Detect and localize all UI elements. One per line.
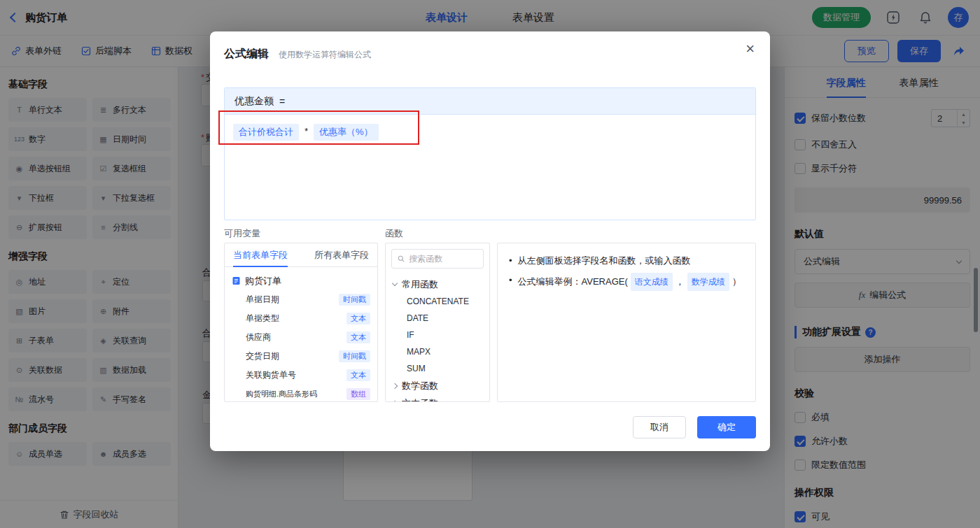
hint-example: 公式编辑举例：AVERAGE( 语文成绩 ， 数学成绩 ） — [518, 273, 741, 291]
function-search[interactable] — [391, 249, 484, 269]
hint-text: 从左侧面板选择字段名和函数，或输入函数 — [518, 253, 691, 269]
variable-type-badge: 文本 — [346, 313, 370, 324]
function-item-concatenate[interactable]: CONCATENATE — [393, 293, 482, 310]
equals-sign: = — [279, 96, 285, 107]
variable-type-badge: 时间戳 — [339, 350, 370, 362]
formula-expression[interactable]: 合计价税合计 * 优惠率（%） — [225, 115, 755, 150]
variable-name: 单据类型 — [246, 313, 279, 324]
formula-hints-panel: • 从左侧面板选择字段名和函数，或输入函数 • 公式编辑举例：AVERAGE( … — [497, 243, 756, 402]
function-search-input[interactable] — [409, 254, 477, 264]
hint-example-suffix: ） — [732, 274, 741, 290]
variable-name: 关联购货单号 — [246, 369, 296, 381]
variables-tabs: 当前表单字段 所有表单字段 — [225, 243, 377, 267]
function-group-text[interactable]: 文本函数 — [393, 394, 482, 402]
dialog-title: 公式编辑 — [224, 47, 269, 62]
formula-field-token[interactable]: 合计价税合计 — [233, 124, 299, 141]
function-item-date[interactable]: DATE — [393, 310, 482, 327]
variable-name: 单据日期 — [246, 294, 279, 306]
functions-section-label: 函数 — [385, 227, 403, 240]
tab-current-form-fields[interactable]: 当前表单字段 — [233, 243, 288, 267]
function-tree: 常用函数 CONCATENATE DATE IF MAPX SUM 数学函数 文… — [386, 274, 489, 402]
function-item-sum[interactable]: SUM — [393, 360, 482, 377]
variable-name: 供应商 — [246, 331, 271, 343]
hint-line: • 从左侧面板选择字段名和函数，或输入函数 — [509, 253, 744, 269]
variable-row[interactable]: 单据日期时间戳 — [232, 290, 370, 309]
functions-panel: 常用函数 CONCATENATE DATE IF MAPX SUM 数学函数 文… — [385, 243, 490, 402]
dialog-footer: 取消 确定 — [633, 416, 756, 438]
chevron-right-icon — [392, 383, 398, 388]
variable-name: 交货日期 — [246, 350, 279, 362]
confirm-button[interactable]: 确定 — [697, 416, 756, 438]
hint-line-example: • 公式编辑举例：AVERAGE( 语文成绩 ， 数学成绩 ） — [509, 273, 744, 291]
variables-panel: 当前表单字段 所有表单字段 购货订单 单据日期时间戳 单据类型文本 供应商文本 … — [224, 243, 378, 402]
function-group-label: 文本函数 — [402, 397, 438, 403]
hint-example-separator: ， — [676, 274, 685, 290]
variable-row[interactable]: 购货明细.商品条形码数组 — [232, 385, 370, 402]
tree-root-label: 购货订单 — [245, 275, 281, 287]
variables-section-label: 可用变量 — [224, 227, 260, 240]
variable-name: 购货明细.商品条形码 — [246, 389, 317, 399]
tab-all-form-fields[interactable]: 所有表单字段 — [314, 243, 369, 267]
formula-operator: * — [304, 124, 308, 136]
search-icon — [398, 255, 405, 263]
function-group-common[interactable]: 常用函数 — [393, 276, 482, 293]
chevron-right-icon — [392, 400, 398, 402]
bullet-icon: • — [509, 273, 512, 291]
example-field-pill: 数学成绩 — [687, 273, 729, 291]
hint-example-prefix: 公式编辑举例：AVERAGE( — [518, 274, 628, 290]
dialog-subtitle: 使用数学运算符编辑公式 — [279, 49, 371, 61]
formula-editor-header: 优惠金额 = — [225, 88, 755, 115]
function-item-mapx[interactable]: MAPX — [393, 343, 482, 360]
variable-type-badge: 时间戳 — [339, 294, 370, 306]
variable-row[interactable]: 关联购货单号文本 — [232, 366, 370, 385]
function-group-label: 常用函数 — [402, 278, 438, 291]
variable-row[interactable]: 供应商文本 — [232, 328, 370, 347]
function-item-if[interactable]: IF — [393, 327, 482, 343]
bullet-icon: • — [509, 253, 512, 269]
close-icon[interactable]: × — [746, 41, 755, 57]
chevron-down-icon — [392, 280, 398, 286]
formula-target-field: 优惠金额 — [234, 95, 274, 108]
function-group-label: 数学函数 — [402, 380, 438, 392]
variable-type-badge: 文本 — [346, 331, 370, 343]
tree-root-form[interactable]: 购货订单 — [232, 271, 370, 290]
function-group-math[interactable]: 数学函数 — [393, 377, 482, 394]
dialog-header: 公式编辑 使用数学运算符编辑公式 — [224, 47, 371, 62]
form-doc-icon — [232, 276, 241, 285]
variable-row[interactable]: 交货日期时间戳 — [232, 347, 370, 366]
variable-type-badge: 文本 — [346, 369, 370, 381]
variable-row[interactable]: 单据类型文本 — [232, 309, 370, 328]
variable-type-badge: 数组 — [346, 388, 370, 400]
formula-editor[interactable]: 优惠金额 = 合计价税合计 * 优惠率（%） — [224, 87, 756, 220]
variables-tree: 购货订单 单据日期时间戳 单据类型文本 供应商文本 交货日期时间戳 关联购货单号… — [225, 267, 377, 402]
formula-field-token[interactable]: 优惠率（%） — [314, 124, 379, 141]
formula-edit-dialog: 公式编辑 使用数学运算符编辑公式 × 优惠金额 = 合计价税合计 * 优惠率（%… — [210, 31, 770, 451]
cancel-button[interactable]: 取消 — [633, 416, 686, 438]
example-field-pill: 语文成绩 — [631, 273, 673, 291]
